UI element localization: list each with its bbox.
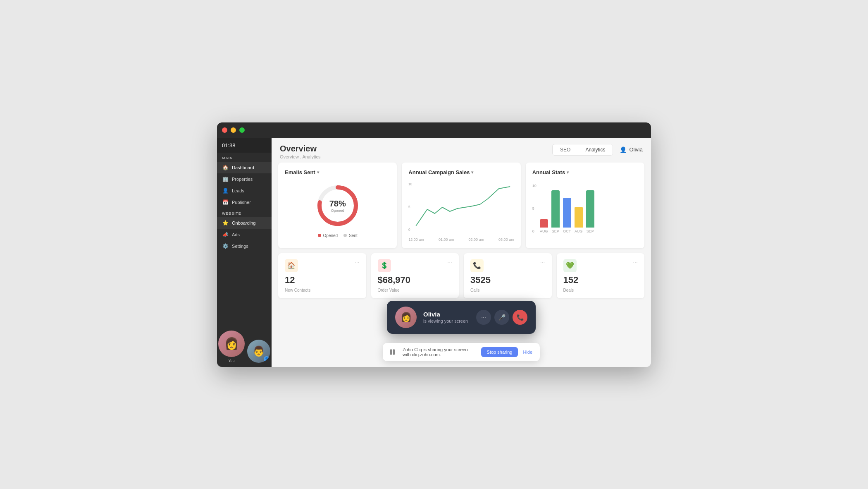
sidebar-item-settings[interactable]: ⚙️ Settings	[217, 240, 272, 252]
top-bar: Overview Overview . Analytics SEO Analyt…	[272, 138, 651, 163]
stat-calls-header: 📞 ···	[470, 259, 545, 272]
maximize-button[interactable]	[239, 127, 245, 133]
time-label-3: 02:00 am	[469, 237, 484, 242]
share-banner: Zoho Cliq is sharing your screen with cl…	[383, 343, 540, 361]
call-status: is viewing your screen	[423, 319, 470, 324]
hide-banner-button[interactable]: Hide	[523, 350, 532, 355]
calls-more-icon[interactable]: ···	[540, 259, 545, 266]
annual-stats-card: Annual Stats ▾ 10 5 0	[526, 163, 644, 248]
sidebar-item-label: Onboarding	[232, 221, 256, 225]
user-account-icon: 👤	[620, 146, 627, 153]
deals-number: 152	[563, 275, 638, 285]
bar-sep2-bar	[586, 190, 594, 228]
svg-text:5: 5	[408, 204, 410, 209]
time-label-2: 01:00 am	[439, 237, 454, 242]
properties-icon: 🏢	[222, 176, 229, 182]
time-label-4: 03:00 am	[498, 237, 514, 242]
sidebar-item-properties[interactable]: 🏢 Properties	[217, 173, 272, 185]
annual-campaign-dropdown-icon[interactable]: ▾	[471, 170, 473, 175]
bar-sep2: SEP	[586, 190, 594, 233]
donut-percentage: 78%	[329, 199, 346, 208]
stat-calls: 📞 ··· 3525 Calls	[464, 253, 552, 298]
order-more-icon[interactable]: ···	[447, 259, 452, 266]
donut-wrap: 78% Opened	[315, 183, 360, 228]
sidebar-item-publisher[interactable]: 📅 Publisher	[217, 197, 272, 208]
top-bar-right: SEO Analytics 👤 Olivia	[552, 144, 643, 156]
time-label-1: 12:00 am	[408, 237, 424, 242]
sidebar-item-leads[interactable]: 👤 Leads	[217, 185, 272, 197]
emails-sent-title: Emails Sent ▾	[285, 169, 390, 175]
tab-buttons: SEO Analytics	[552, 144, 613, 156]
donut-center: 78% Opened	[329, 199, 346, 212]
sidebar-main-label: MAIN	[217, 153, 272, 162]
bar-sep1-bar	[551, 190, 560, 228]
svg-text:10: 10	[408, 182, 412, 186]
bar-aug1-bar	[540, 219, 548, 228]
emails-sent-dropdown-icon[interactable]: ▾	[317, 170, 319, 175]
call-mute-button[interactable]: 🎤	[494, 310, 509, 325]
emails-sent-card: Emails Sent ▾ 78%	[278, 163, 397, 248]
sidebar-item-dashboard[interactable]: 🏠 Dashboard	[217, 162, 272, 173]
sidebar-item-label: Leads	[232, 188, 244, 193]
sidebar-item-label: Publisher	[232, 200, 251, 205]
deals-icon: 💚	[563, 259, 577, 272]
minimize-button[interactable]	[231, 127, 236, 133]
call-more-button[interactable]: ···	[476, 310, 491, 325]
annual-stats-dropdown-icon[interactable]: ▾	[567, 170, 569, 175]
annual-campaign-card: Annual Campaign Sales ▾ 10 5 0 12:00 am	[402, 163, 520, 248]
bar-oct: OCT	[563, 198, 571, 233]
sidebar-item-label: Properties	[232, 177, 253, 182]
share-banner-text: Zoho Cliq is sharing your screen with cl…	[403, 347, 476, 357]
annual-stats-title: Annual Stats ▾	[532, 169, 638, 175]
sidebar-website-label: WEBSITE	[217, 208, 272, 217]
dashboard-scroll[interactable]: Emails Sent ▾ 78%	[272, 163, 651, 367]
stat-deals: 💚 ··· 152 Deals	[557, 253, 645, 298]
annual-campaign-title: Annual Campaign Sales ▾	[408, 169, 514, 175]
leads-icon: 👤	[222, 188, 229, 194]
y-label-0: 0	[532, 229, 537, 233]
sidebar-item-ads[interactable]: 📣 Ads	[217, 229, 272, 240]
avatar-you: 👩	[218, 331, 245, 357]
sidebar-item-label: Ads	[232, 232, 240, 237]
close-button[interactable]	[222, 127, 227, 133]
titlebar	[217, 122, 651, 138]
call-controls: ··· 🎤 📞	[476, 310, 527, 325]
contacts-more-icon[interactable]: ···	[355, 259, 360, 266]
stat-order: 💲 ··· $68,970 Order Value	[371, 253, 459, 298]
stat-deals-header: 💚 ···	[563, 259, 638, 272]
legend-opened-label: Opened	[323, 233, 338, 238]
bar-aug1-label: AUG	[540, 229, 548, 233]
pause-icon	[390, 348, 398, 356]
legend-sent-label: Sent	[349, 233, 358, 238]
calls-icon: 📞	[470, 259, 484, 272]
order-label: Order Value	[378, 288, 453, 292]
donut-label: Opened	[329, 208, 346, 212]
tab-analytics[interactable]: Analytics	[578, 144, 613, 155]
deals-more-icon[interactable]: ···	[633, 259, 638, 266]
stat-order-header: 💲 ···	[378, 259, 453, 272]
bar-aug2-bar	[575, 207, 583, 228]
bar-sep1: SEP	[551, 190, 560, 233]
sidebar-item-onboarding[interactable]: ⭐ Onboarding	[217, 217, 272, 229]
onboarding-icon: ⭐	[222, 220, 229, 226]
contacts-label: New Contacts	[285, 288, 360, 292]
tab-seo[interactable]: SEO	[553, 144, 578, 155]
page-title-area: Overview Overview . Analytics	[280, 144, 320, 159]
bar-chart-y-axis: 10 5 0	[532, 184, 537, 233]
legend-sent-dot	[343, 234, 347, 237]
call-overlay: 👩 Olivia is viewing your screen ··· 🎤 📞	[387, 301, 536, 334]
legend-sent: Sent	[343, 233, 358, 238]
bar-aug2: AUG	[575, 207, 583, 233]
ads-icon: 📣	[222, 232, 229, 237]
bar-sep1-label: SEP	[552, 229, 559, 233]
you-avatar-wrap: 👩 You	[218, 331, 245, 363]
y-label-5: 5	[532, 206, 537, 211]
stop-sharing-button[interactable]: Stop sharing	[481, 347, 518, 357]
user-section: 👩 You 👨 👤	[217, 326, 272, 367]
user-name: Olivia	[629, 146, 643, 153]
line-chart-labels: 12:00 am 01:00 am 02:00 am 03:00 am	[408, 237, 514, 242]
svg-text:0: 0	[408, 227, 410, 231]
donut-chart: 78% Opened Opened	[285, 180, 390, 238]
bar-aug2-label: AUG	[575, 229, 583, 233]
call-end-button[interactable]: 📞	[513, 310, 527, 325]
